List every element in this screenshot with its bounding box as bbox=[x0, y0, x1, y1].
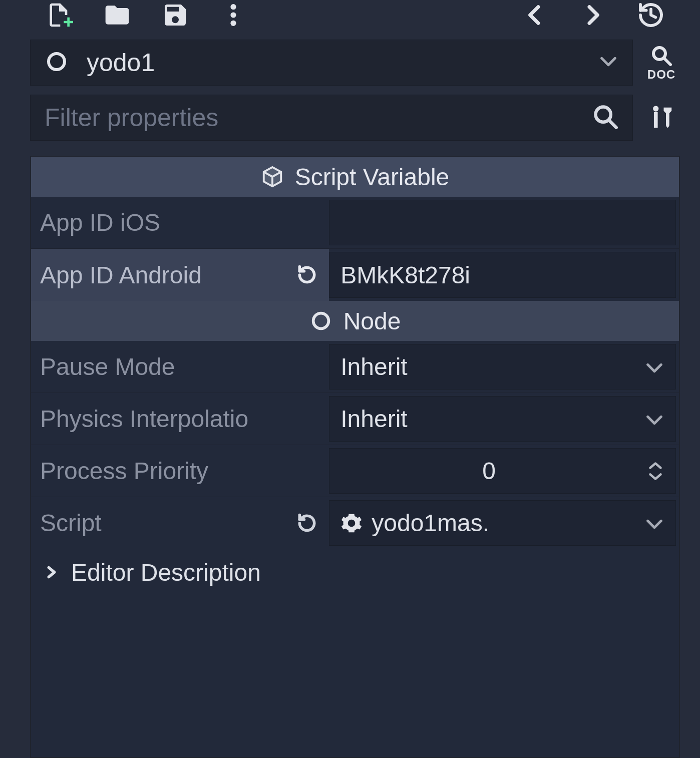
section-title: Script Variable bbox=[295, 163, 450, 191]
inspector-toolbar bbox=[30, 0, 680, 38]
folder-icon[interactable] bbox=[103, 1, 131, 29]
new-resource-icon[interactable] bbox=[45, 1, 73, 29]
svg-point-6 bbox=[596, 107, 611, 122]
node-selector[interactable]: yodo1 bbox=[30, 40, 633, 86]
svg-point-8 bbox=[653, 106, 658, 111]
spinner-icon bbox=[646, 461, 664, 482]
app-id-android-field[interactable]: BMkK8t278i bbox=[329, 252, 676, 298]
doc-label: DOC bbox=[647, 68, 675, 82]
prop-label: Script bbox=[31, 497, 329, 549]
filter-input[interactable]: Filter properties bbox=[30, 95, 633, 141]
back-icon[interactable] bbox=[521, 1, 549, 29]
prop-physics-interpolation: Physics Interpolatio Inherit bbox=[31, 393, 679, 445]
property-tools-button[interactable] bbox=[643, 95, 680, 141]
prop-script: Script yodo1mas. bbox=[31, 497, 679, 549]
node-name: yodo1 bbox=[87, 48, 580, 77]
editor-description-expander[interactable]: Editor Description bbox=[31, 549, 679, 595]
save-icon[interactable] bbox=[161, 1, 189, 29]
reset-icon[interactable] bbox=[296, 512, 318, 534]
open-docs-button[interactable]: DOC bbox=[643, 40, 680, 86]
svg-point-3 bbox=[49, 54, 65, 70]
properties-list: Script Variable App ID iOS App ID Androi… bbox=[30, 156, 680, 758]
prop-label: Physics Interpolatio bbox=[31, 393, 329, 445]
prop-pause-mode: Pause Mode Inherit bbox=[31, 341, 679, 393]
svg-line-7 bbox=[610, 121, 616, 128]
pause-mode-select[interactable]: Inherit bbox=[329, 344, 676, 390]
more-icon[interactable] bbox=[219, 1, 247, 29]
filter-row: Filter properties bbox=[30, 95, 680, 141]
chevron-down-icon bbox=[644, 353, 664, 381]
expander-label: Editor Description bbox=[71, 559, 261, 586]
svg-point-0 bbox=[230, 4, 236, 10]
gear-icon bbox=[340, 512, 363, 534]
prop-label: App ID Android bbox=[31, 249, 329, 301]
process-priority-stepper[interactable]: 0 bbox=[329, 448, 676, 494]
script-select[interactable]: yodo1mas. bbox=[329, 500, 676, 546]
prop-app-id-android: App ID Android BMkK8t278i bbox=[31, 249, 679, 301]
chevron-down-icon bbox=[644, 509, 664, 537]
chevron-down-icon bbox=[644, 405, 664, 433]
filter-placeholder: Filter properties bbox=[45, 103, 592, 132]
svg-rect-9 bbox=[654, 112, 658, 128]
section-title: Node bbox=[343, 307, 401, 335]
prop-app-id-ios: App ID iOS bbox=[31, 197, 679, 249]
section-script-variables[interactable]: Script Variable bbox=[31, 157, 679, 197]
forward-icon[interactable] bbox=[579, 1, 607, 29]
node-type-icon bbox=[45, 50, 69, 76]
svg-line-5 bbox=[664, 59, 670, 65]
prop-process-priority: Process Priority 0 bbox=[31, 445, 679, 497]
svg-point-1 bbox=[230, 12, 236, 18]
app-id-ios-field[interactable] bbox=[329, 200, 676, 245]
svg-point-2 bbox=[230, 21, 236, 26]
search-icon bbox=[592, 104, 618, 132]
chevron-down-icon bbox=[598, 55, 618, 71]
svg-point-10 bbox=[313, 313, 328, 329]
history-icon[interactable] bbox=[637, 1, 665, 29]
prop-label: App ID iOS bbox=[31, 197, 329, 248]
inspector-panel: yodo1 DOC Filter properties Script Varia… bbox=[0, 0, 700, 758]
physics-interpolation-select[interactable]: Inherit bbox=[329, 396, 676, 442]
prop-label: Process Priority bbox=[31, 445, 329, 497]
node-selector-row: yodo1 DOC bbox=[30, 40, 680, 86]
reset-icon[interactable] bbox=[296, 264, 318, 286]
section-node[interactable]: Node bbox=[31, 301, 679, 341]
prop-label: Pause Mode bbox=[31, 341, 329, 393]
